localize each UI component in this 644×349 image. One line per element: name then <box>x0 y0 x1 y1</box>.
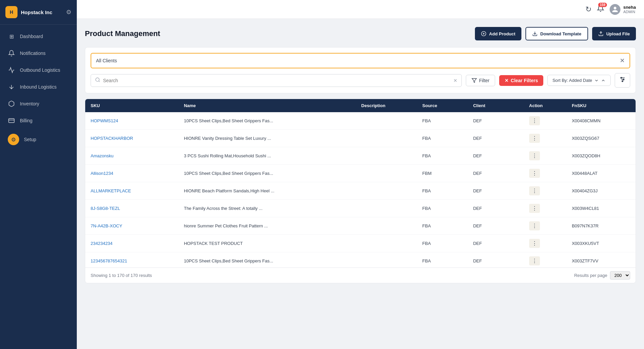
cell-fnsku: X003ZTF7VV <box>567 252 636 268</box>
sidebar-item-setup[interactable]: ⚙ Setup <box>0 129 77 150</box>
cell-name: 10PCS Sheet Clips,Bed Sheet Grippers Fas… <box>179 112 356 130</box>
row-action-button[interactable]: ⋮ <box>529 151 540 160</box>
cell-client: DEF <box>468 217 524 235</box>
add-product-button[interactable]: Add Product <box>475 27 521 40</box>
cell-description <box>356 165 417 182</box>
sidebar-item-outbound[interactable]: Outbound Logistics <box>0 62 77 78</box>
clear-filters-x-icon: ✕ <box>505 78 509 83</box>
search-icon <box>95 77 100 84</box>
sku-link[interactable]: HOPWMS124 <box>91 118 118 123</box>
sku-link[interactable]: 7N-A42B-XOCY <box>91 223 122 228</box>
cell-sku: 234234234 <box>85 235 179 252</box>
refresh-icon[interactable]: ↻ <box>585 5 591 14</box>
search-box[interactable]: ✕ <box>91 74 462 87</box>
download-template-button[interactable]: Download Template <box>525 27 588 40</box>
cell-source: FBA <box>417 112 468 130</box>
table-scroll[interactable]: SKU Name Description Source Client Actio… <box>85 99 636 267</box>
search-input[interactable] <box>103 78 451 83</box>
username: sneha <box>623 5 636 10</box>
sidebar-company-name: Hopstack Inc <box>21 9 52 15</box>
dashboard-icon: ⊞ <box>8 33 15 40</box>
download-icon <box>532 31 538 36</box>
sidebar-item-inventory[interactable]: Inventory <box>0 95 77 112</box>
col-client: Client <box>468 99 524 112</box>
row-action-button[interactable]: ⋮ <box>529 134 540 143</box>
sidebar-item-notifications[interactable]: Notifications <box>0 45 77 62</box>
chevron-up-icon <box>601 78 606 83</box>
sku-link[interactable]: 123456787654321 <box>91 258 127 263</box>
user-role: ADMIN <box>623 10 636 14</box>
cell-source: FBA <box>417 182 468 200</box>
client-selector[interactable]: All Clients ✕ <box>91 53 630 68</box>
sliders-icon <box>619 76 626 83</box>
main-content: ↻ 159 sneha ADMIN Product Management <box>77 0 644 349</box>
sidebar-item-label: Notifications <box>20 51 45 56</box>
sidebar-item-inbound[interactable]: Inbound Logistics <box>0 78 77 95</box>
sidebar-item-label: Inventory <box>20 101 39 106</box>
cell-fnsku: X003W4CL81 <box>567 200 636 217</box>
filter-area: All Clients ✕ ✕ Filter <box>85 47 636 93</box>
sidebar: H Hopstack Inc ⚙ ⊞ Dashboard Notificatio… <box>0 0 77 349</box>
sidebar-item-label: Setup <box>24 137 36 142</box>
sidebar-item-dashboard[interactable]: ⊞ Dashboard <box>0 28 77 45</box>
cell-name: The Family Across the Street: A totally … <box>179 200 356 217</box>
cell-name: 10PCS Sheet Clips,Bed Sheet Grippers Fas… <box>179 165 356 182</box>
cell-description <box>356 235 417 252</box>
sku-link[interactable]: 8J-S8G8-TEZL <box>91 206 120 211</box>
notification-bell[interactable]: 159 <box>597 5 604 14</box>
sidebar-item-label: Inbound Logistics <box>20 84 57 90</box>
sku-link[interactable]: Amazonsku <box>91 153 114 158</box>
svg-rect-1 <box>9 119 14 123</box>
sidebar-item-label: Dashboard <box>20 34 43 39</box>
cell-description <box>356 112 417 130</box>
sidebar-item-billing[interactable]: Billing <box>0 112 77 129</box>
filter-button[interactable]: Filter <box>466 75 495 86</box>
chevron-down-icon <box>594 78 599 83</box>
clear-filters-button[interactable]: ✕ Clear Filters <box>499 75 543 86</box>
row-action-button[interactable]: ⋮ <box>529 204 540 213</box>
sidebar-logo: H <box>5 6 18 18</box>
row-action-button[interactable]: ⋮ <box>529 239 540 248</box>
upload-file-button[interactable]: Upload File <box>592 27 636 40</box>
page-content: Product Management Add Product Download … <box>77 19 644 349</box>
row-action-button[interactable]: ⋮ <box>529 116 540 125</box>
cell-sku: ALLMARKETPLACE <box>85 182 179 200</box>
row-action-button[interactable]: ⋮ <box>529 169 540 178</box>
user-profile[interactable]: sneha ADMIN <box>610 4 636 15</box>
cell-sku: Amazonsku <box>85 147 179 165</box>
cell-client: DEF <box>468 252 524 268</box>
row-action-button[interactable]: ⋮ <box>529 221 540 230</box>
results-per-page-select[interactable]: 200 100 50 <box>610 271 630 280</box>
billing-icon <box>8 117 15 124</box>
col-fnsku: FnSKU <box>567 99 636 112</box>
sku-link[interactable]: ALLMARKETPLACE <box>91 188 131 193</box>
cell-description <box>356 252 417 268</box>
table-row: 8J-S8G8-TEZL The Family Across the Stree… <box>85 200 636 217</box>
gear-icon[interactable]: ⚙ <box>66 8 71 16</box>
cell-client: DEF <box>468 200 524 217</box>
inventory-icon <box>8 100 15 107</box>
sku-link[interactable]: 234234234 <box>91 241 112 246</box>
table-row: 234234234 HOPSTACK TEST PRODUCT FBA DEF … <box>85 235 636 252</box>
cell-fnsku: X003ZQSG67 <box>567 130 636 147</box>
sku-link[interactable]: HOPSTACKHARBOR <box>91 136 133 141</box>
cell-name: HOPSTACK TEST PRODUCT <box>179 235 356 252</box>
table-row: 7N-A42B-XOCY hionre Summer Pet Clothes F… <box>85 217 636 235</box>
cell-sku: 8J-S8G8-TEZL <box>85 200 179 217</box>
search-clear-icon[interactable]: ✕ <box>453 78 457 83</box>
filter-icon <box>472 78 477 83</box>
inbound-icon <box>8 83 15 91</box>
cell-fnsku: X003ZQOD8H <box>567 147 636 165</box>
client-clear-icon[interactable]: ✕ <box>620 57 625 64</box>
cell-description <box>356 217 417 235</box>
sort-selector[interactable]: Sort By: Added Date <box>547 75 611 86</box>
table-row: Allison1234 10PCS Sheet Clips,Bed Sheet … <box>85 165 636 182</box>
row-action-button[interactable]: ⋮ <box>529 256 540 265</box>
topbar: ↻ 159 sneha ADMIN <box>77 0 644 19</box>
cell-fnsku: X00448ALAT <box>567 165 636 182</box>
advanced-filter-button[interactable] <box>615 73 630 88</box>
table-row: Amazonsku 3 PCS Sushi Rolling Mat,Househ… <box>85 147 636 165</box>
sku-link[interactable]: Allison1234 <box>91 171 113 176</box>
row-action-button[interactable]: ⋮ <box>529 186 540 195</box>
svg-marker-10 <box>472 78 476 83</box>
